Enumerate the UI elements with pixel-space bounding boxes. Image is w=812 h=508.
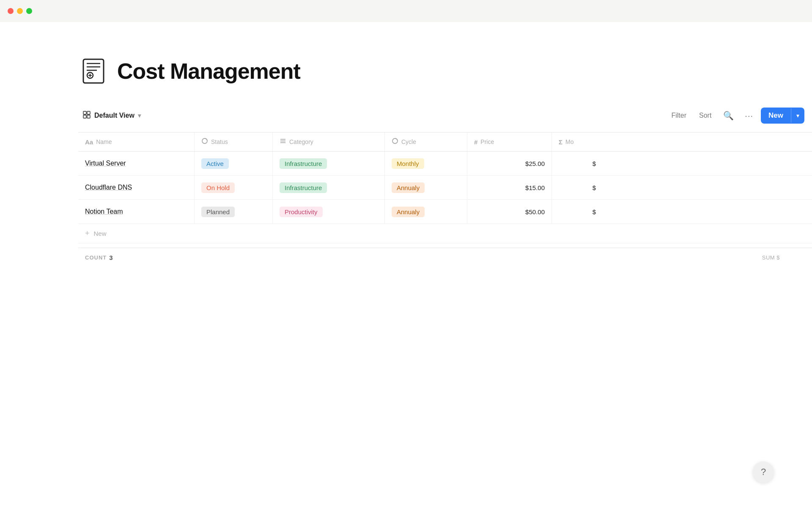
table-row[interactable]: Virtual Server Active Infrastructure Mon… — [78, 152, 812, 176]
cell-category: Infrastructure — [273, 176, 385, 199]
add-row-button[interactable]: + New — [78, 224, 812, 243]
monthly-value: $ — [593, 208, 596, 215]
close-button[interactable] — [8, 8, 14, 14]
cell-monthly: $ — [552, 200, 603, 224]
text-icon: Aa — [85, 138, 93, 146]
cell-price: $25.00 — [467, 152, 552, 175]
count-bar: COUNT 3 SUM $ — [78, 248, 812, 267]
status-badge: Active — [201, 158, 229, 169]
column-header-name: Aa Name — [78, 133, 195, 151]
table-header: Aa Name Status Category Cycle — [78, 133, 812, 152]
table: Aa Name Status Category Cycle — [78, 132, 812, 267]
more-icon: ··· — [745, 111, 753, 120]
row-name: Cloudflare DNS — [85, 184, 132, 191]
count-value: 3 — [109, 254, 113, 261]
cell-name: Virtual Server — [78, 152, 195, 175]
help-button[interactable]: ? — [753, 461, 774, 483]
page-icon — [78, 56, 109, 86]
column-header-monthly: Σ Mo — [552, 133, 603, 151]
status-col-icon — [201, 138, 208, 146]
cell-category: Productivity — [273, 200, 385, 224]
svg-rect-9 — [83, 115, 86, 118]
new-button[interactable]: New — [761, 108, 791, 124]
cell-status: Planned — [195, 200, 273, 224]
cycle-badge: Annualy — [392, 182, 425, 193]
count-label: COUNT — [85, 254, 107, 261]
category-badge: Infrastructure — [280, 158, 327, 169]
table-body: Virtual Server Active Infrastructure Mon… — [78, 152, 812, 224]
status-badge: Planned — [201, 207, 235, 217]
cell-status: Active — [195, 152, 273, 175]
cycle-col-icon — [392, 138, 398, 146]
row-name: Virtual Server — [85, 160, 126, 167]
cycle-badge: Monthly — [392, 158, 424, 169]
category-badge: Infrastructure — [280, 182, 327, 193]
cell-name: Cloudflare DNS — [78, 176, 195, 199]
row-name: Notion Team — [85, 208, 123, 215]
column-label-monthly: Mo — [565, 138, 573, 145]
column-header-cycle: Cycle — [385, 133, 467, 151]
view-label: Default View — [94, 112, 134, 119]
cell-name: Notion Team — [78, 200, 195, 224]
plus-icon: + — [85, 229, 90, 238]
new-button-dropdown[interactable]: ▾ — [791, 108, 804, 123]
table-row[interactable]: Notion Team Planned Productivity Annualy… — [78, 200, 812, 224]
new-button-group: New ▾ — [761, 108, 804, 124]
cell-status: On Hold — [195, 176, 273, 199]
svg-rect-8 — [87, 111, 90, 114]
column-label-name: Name — [96, 138, 112, 145]
column-label-status: Status — [211, 138, 228, 145]
toolbar-actions: Filter Sort 🔍 ··· New ▾ — [667, 108, 804, 124]
page-content: Cost Management Default View ▾ Filter So… — [0, 22, 812, 267]
cell-monthly: $ — [552, 152, 603, 175]
cell-price: $15.00 — [467, 176, 552, 199]
price-value: $25.00 — [525, 160, 545, 167]
new-row-label: New — [94, 230, 107, 237]
sort-button[interactable]: Sort — [695, 109, 716, 122]
column-label-category: Category — [289, 138, 313, 145]
column-header-price: # Price — [467, 133, 552, 151]
cell-cycle: Annualy — [385, 176, 467, 199]
hash-icon: # — [474, 138, 477, 146]
chevron-down-icon: ▾ — [796, 112, 799, 119]
svg-rect-0 — [83, 59, 104, 83]
page-title: Cost Management — [117, 58, 300, 84]
cycle-badge: Annualy — [392, 207, 425, 217]
price-value: $50.00 — [525, 208, 545, 215]
column-header-status: Status — [195, 133, 273, 151]
view-chevron-icon: ▾ — [138, 112, 141, 119]
search-icon: 🔍 — [723, 111, 734, 120]
column-header-category: Category — [273, 133, 385, 151]
column-label-price: Price — [480, 138, 494, 145]
category-badge: Productivity — [280, 207, 323, 217]
toolbar: Default View ▾ Filter Sort 🔍 ··· New ▾ — [78, 108, 812, 124]
monthly-value: $ — [593, 160, 596, 167]
table-row[interactable]: Cloudflare DNS On Hold Infrastructure An… — [78, 176, 812, 200]
view-selector[interactable]: Default View ▾ — [78, 108, 145, 124]
cell-monthly: $ — [552, 176, 603, 199]
svg-rect-10 — [87, 115, 90, 118]
filter-button[interactable]: Filter — [667, 109, 691, 122]
minimize-button[interactable] — [17, 8, 23, 14]
svg-rect-7 — [83, 111, 86, 114]
sum-label: SUM $ — [762, 254, 780, 261]
cell-cycle: Monthly — [385, 152, 467, 175]
more-button[interactable]: ··· — [741, 108, 757, 123]
cell-price: $50.00 — [467, 200, 552, 224]
list-icon — [280, 138, 286, 146]
sigma-icon: Σ — [559, 138, 562, 146]
monthly-value: $ — [593, 184, 596, 191]
page-header: Cost Management — [78, 56, 812, 86]
cell-category: Infrastructure — [273, 152, 385, 175]
cell-cycle: Annualy — [385, 200, 467, 224]
status-badge: On Hold — [201, 182, 235, 193]
question-mark-icon: ? — [761, 467, 766, 478]
column-label-cycle: Cycle — [401, 138, 416, 145]
titlebar — [0, 0, 812, 22]
search-button[interactable]: 🔍 — [720, 108, 737, 123]
view-grid-icon — [82, 110, 91, 121]
price-value: $15.00 — [525, 184, 545, 191]
maximize-button[interactable] — [26, 8, 32, 14]
